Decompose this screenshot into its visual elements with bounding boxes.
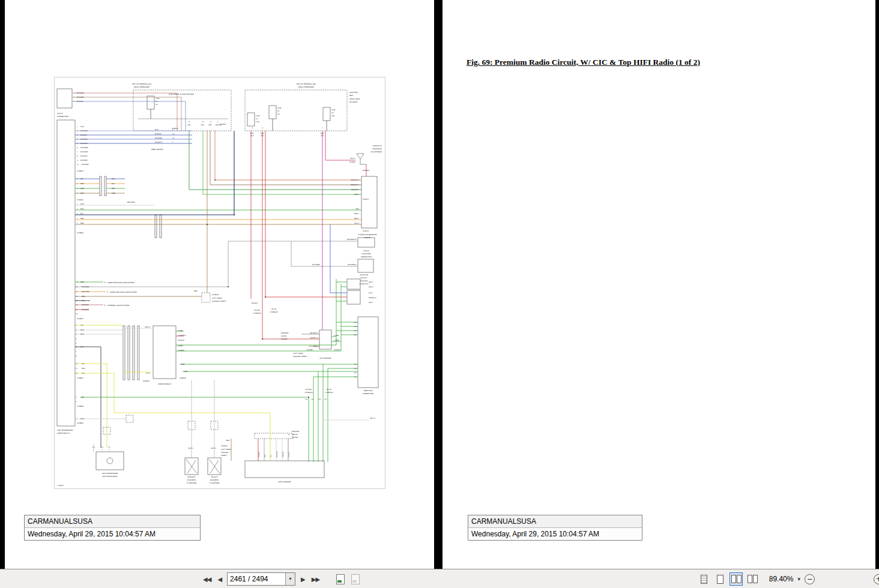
figure-title: Fig. 69: Premium Radio Circuit, W/ CIC &… [467, 58, 803, 67]
svg-text:LUGGAGE COMPT): LUGGAGE COMPT) [212, 301, 226, 302]
svg-text:(RIGHT SIDE: (RIGHT SIDE [349, 98, 360, 100]
previous-view-button[interactable] [335, 572, 346, 586]
svg-text:16: 16 [76, 313, 78, 315]
svg-text:GRN: GRN [354, 368, 357, 370]
svg-text:6: 6 [77, 147, 78, 149]
svg-text:4: 4 [77, 218, 78, 220]
zoom-dropdown-arrow-icon[interactable]: ▾ [796, 576, 802, 582]
svg-text:GRN: GRN [354, 326, 357, 328]
svg-text:X13818: X13818 [77, 405, 83, 407]
svg-text:GRN: GRN [354, 330, 357, 332]
svg-text:20: 20 [188, 121, 190, 123]
svg-text:BLU/WHT: BLU/WHT [80, 143, 88, 145]
svg-text:1: 1 [76, 418, 77, 420]
svg-text:5: 5 [77, 143, 78, 145]
next-view-button[interactable] [350, 572, 361, 586]
svg-text:MOST BUS: MOST BUS [364, 389, 373, 392]
svg-text:GRN 7: GRN 7 [369, 302, 373, 304]
continuous-view-button[interactable] [713, 572, 726, 586]
svg-text:BRN 2: BRN 2 [313, 346, 318, 347]
svg-text:19: 19 [172, 133, 175, 135]
svg-text:X10621: X10621 [77, 199, 83, 201]
svg-text:6: 6 [76, 346, 77, 348]
single-page-icon [701, 575, 707, 584]
svg-text:GRN: GRN [80, 397, 84, 398]
facing-pages-view-button[interactable] [729, 572, 743, 586]
svg-text:►: ► [107, 291, 108, 293]
svg-text:DVD CHANGER: DVD CHANGER [279, 481, 291, 483]
svg-text:4: 4 [77, 193, 78, 194]
svg-text:WHT 1: WHT 1 [211, 448, 216, 449]
svg-text:WHT/RED: WHT/RED [76, 92, 83, 94]
svg-text:HEADLINER): HEADLINER) [372, 148, 382, 150]
svg-text:RED/BLK 1: RED/BLK 1 [310, 337, 318, 339]
svg-text:NCA: NCA [82, 368, 85, 370]
svg-text:W/ DVD: W/ DVD [306, 389, 312, 391]
svg-text:►: ► [288, 434, 289, 436]
svg-text:10: 10 [331, 112, 334, 114]
page-number-field: ▾ [227, 572, 295, 586]
last-page-icon: ▶▶ [312, 576, 319, 583]
svg-text:X14133: X14133 [363, 250, 369, 252]
svg-text:DR/GRN 2: DR/GRN 2 [351, 189, 359, 191]
svg-text:WHT: WHT [80, 334, 85, 335]
svg-text:GRN: GRN [354, 334, 357, 336]
previous-view-icon [336, 574, 345, 584]
svg-text:OBDII SOCKET: OBDII SOCKET [151, 148, 163, 151]
page-dropdown-arrow-icon[interactable]: ▾ [285, 573, 295, 585]
svg-text:WHT/BRN 81: WHT/BRN 81 [346, 239, 357, 241]
svg-text:13: 13 [76, 300, 78, 302]
svg-text:INTERIOR: INTERIOR [292, 431, 300, 433]
svg-text:7.5A: 7.5A [256, 121, 259, 123]
svg-text:3: 3 [73, 97, 74, 98]
svg-text:VIDEO MODULE: VIDEO MODULE [158, 383, 171, 385]
svg-text:2: 2 [76, 329, 77, 331]
svg-text:BLU: BLU [80, 213, 83, 215]
page-footer-right: CARMANUALSUSA Wednesday, April 29, 2015 … [468, 515, 642, 541]
svg-text:ON RIGHT: ON RIGHT [188, 476, 196, 478]
svg-text:WHT/BLU: WHT/BLU [80, 130, 88, 132]
svg-text:2 GRN: 2 GRN [178, 330, 183, 332]
svg-text:GRN 3: GRN 3 [369, 286, 373, 288]
page-footer-left: CARMANUALSUSA Wednesday, April 29, 2015 … [24, 515, 201, 541]
svg-text:GRN: GRN [354, 372, 357, 374]
previous-page-button[interactable]: ◀ [216, 572, 223, 586]
footer-site-label: CARMANUALSUSA [25, 515, 200, 528]
facing-continuous-view-button[interactable] [746, 572, 759, 586]
svg-text:SYSTEM: SYSTEM [292, 437, 298, 439]
viewer-toolbar: ◀◀ ◀ ▾ ▶ ▶▶ [0, 569, 879, 588]
svg-text:CHANGER: CHANGER [305, 392, 313, 394]
zoom-out-button[interactable]: − [805, 574, 815, 584]
svg-text:WHT/BRN 4: WHT/BRN 4 [348, 264, 357, 266]
svg-text:GRN 2: GRN 2 [369, 281, 373, 283]
svg-text:NCA: NCA [112, 178, 115, 180]
svg-text:CHANGER: CHANGER [253, 313, 261, 314]
zoom-in-button[interactable]: + [874, 574, 879, 584]
last-page-button[interactable]: ▶▶ [310, 572, 321, 586]
page-number-input[interactable] [228, 573, 285, 585]
svg-text:CAR INFORMATION: CAR INFORMATION [57, 429, 73, 431]
svg-text:NCA: NCA [264, 454, 266, 457]
svg-text:4: 4 [76, 338, 77, 340]
footer-site-label: CARMANUALSUSA [468, 515, 642, 528]
svg-text:9: 9 [217, 121, 218, 123]
svg-text:BLU/BRN: BLU/BRN [80, 160, 87, 161]
svg-text:BLK: BLK [251, 135, 254, 137]
svg-text:X10180: X10180 [306, 349, 313, 351]
first-page-button[interactable]: ◀◀ [202, 572, 212, 586]
svg-text:X13813: X13813 [77, 170, 83, 172]
svg-text:NCA: NCA [355, 208, 359, 210]
svg-text:NCA: NCA [80, 208, 84, 210]
svg-text:OF DASH): OF DASH) [349, 101, 358, 103]
svg-text:RETROFIT: RETROFIT [360, 277, 367, 279]
svg-text:GRN: GRN [187, 124, 191, 126]
single-page-view-button[interactable] [697, 572, 710, 586]
svg-text:LUGGAGE: LUGGAGE [221, 452, 229, 454]
svg-text:(LEFT FRONT: (LEFT FRONT [221, 449, 231, 451]
next-page-button[interactable]: ▶ [300, 572, 306, 586]
footer-timestamp: Wednesday, April 29, 2015 10:04:57 AM [468, 528, 642, 540]
svg-text:1: 1 [77, 178, 78, 180]
svg-text:RED/: RED/ [261, 133, 264, 134]
svg-text:YEL: YEL [270, 454, 272, 457]
svg-text:BRN: BRN [80, 193, 84, 194]
